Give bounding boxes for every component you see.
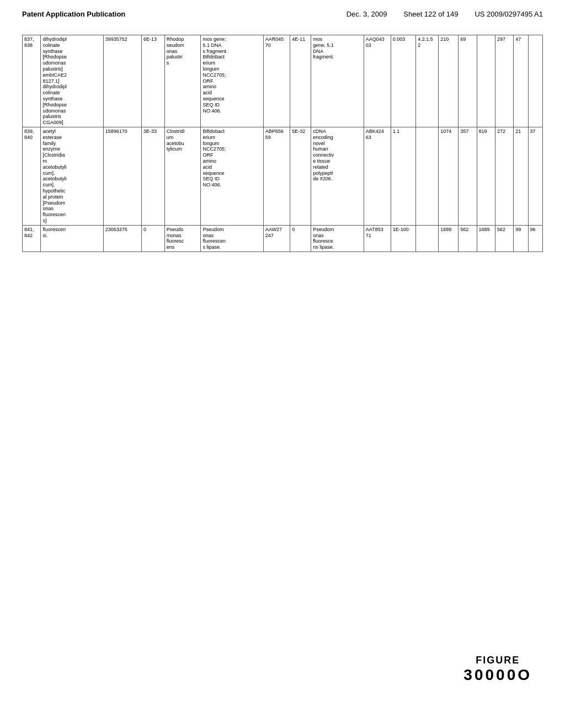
cell-col11 (416, 127, 439, 225)
cell-col5: Bifidobact erium longum NCC2705; ORF ami… (201, 127, 263, 225)
figure-label: FIGURE 30000O (463, 655, 532, 684)
cell-col17 (528, 35, 542, 127)
cell-col3: 6E-13 (142, 35, 165, 127)
data-table: 837, 838dihydrodipl colinate synthase [R… (22, 35, 543, 252)
cell-col13: 562 (459, 225, 477, 251)
cell-col6: AAW27 247 (263, 225, 290, 251)
cell-col8: mos gene; 5.1 DNA fragment. (311, 35, 364, 127)
cell-col1: acetyl esterase family enzyme [Clostridi… (41, 127, 103, 225)
patent-number: US 2009/0297495 A1 (475, 10, 543, 18)
cell-col14 (477, 35, 495, 127)
cell-col8: cDNA encoding novel human connectiv e ti… (311, 127, 364, 225)
cell-col9: AAQ043 03 (364, 35, 391, 127)
cell-col13: 69 (459, 35, 477, 127)
cell-col16: 99 (514, 225, 528, 251)
cell-col12: 210 (439, 35, 459, 127)
cell-row_num: 841, 842 (23, 225, 41, 251)
cell-col4: Clostridi um acetobu tylicum (164, 127, 201, 225)
cell-col5: Pseudom onas fluorescen s lipase. (201, 225, 263, 251)
page-header: Patent Application Publication Dec. 3, 2… (0, 0, 565, 24)
cell-col15: 297 (495, 35, 513, 127)
cell-col3: 3E-33 (142, 127, 165, 225)
cell-col6: AAR045 70 (263, 35, 290, 127)
cell-col8: Pseudom onas fluoresce ns lipase. (311, 225, 364, 251)
table-area: 837, 838dihydrodipl colinate synthase [R… (22, 35, 543, 252)
cell-col17: 37 (528, 127, 542, 225)
cell-col13: 357 (459, 127, 477, 225)
cell-col2: 39935752 (103, 35, 141, 127)
main-content: 837, 838dihydrodipl colinate synthase [R… (0, 24, 565, 263)
cell-col14: 819 (477, 127, 495, 225)
cell-col3: 0 (142, 225, 165, 251)
cell-col5: mos gene; 5.1 DNA s fragment. Bifidobact… (201, 35, 263, 127)
cell-col10: 1.1 (391, 127, 415, 225)
cell-col12: 1689 (439, 225, 459, 251)
publication-title: Patent Application Publication (22, 10, 125, 18)
cell-col11: 4.2.1.5 2 (416, 35, 439, 127)
cell-col7: 0 (290, 225, 311, 251)
sheet-info: Sheet 122 of 149 (403, 10, 458, 18)
cell-col10: 0.003 (391, 35, 415, 127)
cell-col2: 15896170 (103, 127, 141, 225)
figure-number: 30000O (463, 666, 532, 684)
publication-date: Dec. 3, 2009 (347, 10, 387, 18)
cell-row_num: 837, 838 (23, 35, 41, 127)
table-row: 837, 838dihydrodipl colinate synthase [R… (23, 35, 543, 127)
cell-col11 (416, 225, 439, 251)
cell-col7: 4E-11 (290, 35, 311, 127)
cell-col15: 272 (495, 127, 513, 225)
header-right: Dec. 3, 2009 Sheet 122 of 149 US 2009/02… (347, 10, 543, 18)
cell-col12: 1074 (439, 127, 459, 225)
cell-col6: ABP656 59 (263, 127, 290, 225)
cell-col4: Pseudo monas fluoresc ens (164, 225, 201, 251)
cell-col15: 562 (495, 225, 513, 251)
cell-col4: Rhodop seudom onas palustri s (164, 35, 201, 127)
table-row: 841, 842fluorescen si.230633750Pseudo mo… (23, 225, 543, 251)
figure-text: FIGURE (463, 655, 532, 666)
cell-col16: 47 (514, 35, 528, 127)
cell-col17: 96 (528, 225, 542, 251)
cell-col9: ABK424 63 (364, 127, 391, 225)
cell-col9: AAT853 71 (364, 225, 391, 251)
cell-col16: 21 (514, 127, 528, 225)
cell-col7: 5E-32 (290, 127, 311, 225)
table-row: 839, 840acetyl esterase family enzyme [C… (23, 127, 543, 225)
cell-col1: dihydrodipl colinate synthase [Rhodopse … (41, 35, 103, 127)
cell-row_num: 839, 840 (23, 127, 41, 225)
cell-col1: fluorescen si. (41, 225, 103, 251)
cell-col14: 1689 (477, 225, 495, 251)
cell-col10: 1E-100 (391, 225, 415, 251)
cell-col2: 23063375 (103, 225, 141, 251)
